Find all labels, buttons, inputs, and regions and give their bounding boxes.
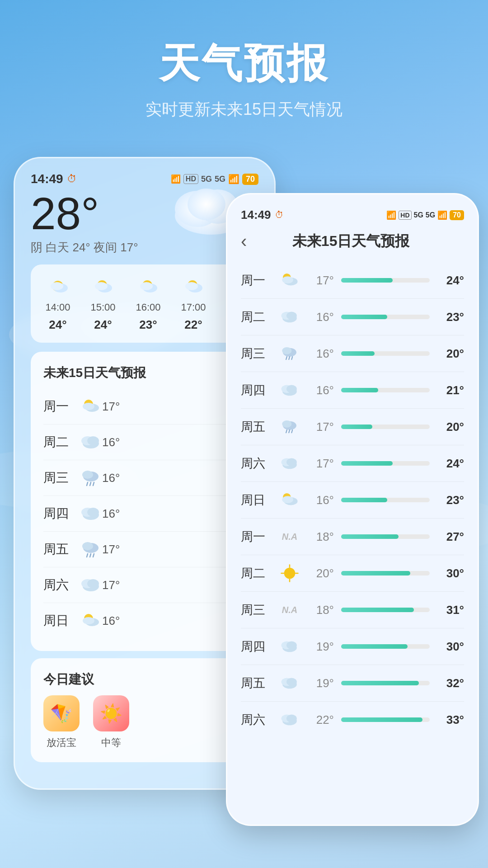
fbar-0 (341, 278, 430, 283)
ftemp-low-4: 17° (307, 420, 334, 434)
forecast-temp-1: 17° (102, 400, 120, 414)
ficon-7: N.A (280, 527, 300, 547)
svg-line-43 (93, 554, 94, 557)
ficon-4 (280, 417, 300, 437)
hourly-item-2: 15:00 24° (85, 275, 121, 332)
hd-right: HD (399, 211, 411, 220)
fbar-12 (341, 717, 430, 722)
wifi-right: 📶 (437, 210, 447, 220)
hourly-temp-3: 23° (139, 318, 157, 332)
fbar-1 (341, 315, 430, 319)
forecast-row-right-3: 周四 16° 21° (241, 372, 464, 409)
fbar-fill-2 (341, 351, 375, 356)
fday-1: 周二 (241, 309, 272, 325)
ficon-10 (280, 637, 300, 656)
fbar-fill-5 (341, 461, 393, 466)
forecast-icon-3 (80, 467, 102, 489)
hourly-item-1: 14:00 24° (40, 275, 76, 332)
fbar-8 (341, 571, 430, 576)
forecast-title-left: 未来15日天气预报 (43, 364, 246, 382)
forecast-row-right-2: 周三 16° 20° (241, 335, 464, 372)
ftemp-high-9: 31° (437, 603, 464, 617)
suggestion-items: 🪁 放活宝 ☀️ 中等 (43, 695, 246, 750)
fbar-fill-7 (341, 534, 399, 539)
fday-2: 周三 (241, 345, 272, 362)
forecast-row-right-1: 周二 16° 23° (241, 299, 464, 335)
svg-line-42 (90, 554, 91, 557)
ficon-11 (280, 673, 300, 693)
fday-11: 周五 (241, 675, 272, 691)
svg-point-40 (82, 542, 93, 550)
suggestion-section: 今日建议 🪁 放活宝 ☀️ 中等 (31, 658, 258, 762)
ftemp-low-5: 17° (307, 457, 334, 471)
fday-3: 周四 (241, 382, 272, 398)
suggestion-label-1: 放活宝 (47, 736, 76, 750)
back-button[interactable]: ‹ (241, 231, 247, 251)
fbar-2 (341, 351, 430, 356)
ftemp-high-0: 24° (437, 274, 464, 288)
hourly-time-2: 15:00 (90, 302, 115, 313)
5g2-right: 5G (426, 211, 435, 219)
hourly-temp-1: 24° (49, 318, 66, 332)
fbar-7 (341, 534, 430, 539)
forecast-row-mon: 周一 17° (43, 389, 246, 425)
nav-title: 未来15日天气预报 (256, 231, 446, 251)
ftemp-high-2: 20° (437, 347, 464, 361)
hourly-item-4: 17:00 22° (175, 275, 211, 332)
ftemp-low-2: 16° (307, 347, 334, 361)
svg-point-9 (188, 189, 225, 220)
svg-point-85 (286, 678, 297, 686)
svg-point-27 (83, 403, 94, 410)
ftemp-high-6: 23° (437, 493, 464, 507)
svg-line-33 (87, 482, 88, 486)
ftemp-high-12: 33° (437, 713, 464, 727)
ftemp-high-5: 24° (437, 457, 464, 471)
forecast-day-6: 周六 (43, 576, 80, 594)
hourly-temp-4: 22° (184, 318, 202, 332)
forecast-row-fri: 周五 17° (43, 532, 246, 567)
ficon-8 (280, 563, 300, 583)
svg-point-88 (286, 715, 297, 723)
phones-container: 14:49 ⏱ 📶 HD 5G 5G 📶 70 28° (0, 148, 488, 817)
fbar-10 (341, 644, 430, 649)
svg-line-60 (291, 357, 292, 359)
forecast-temp-4: 16° (102, 507, 120, 521)
ftemp-high-7: 27° (437, 530, 464, 544)
svg-point-15 (95, 282, 108, 290)
forecast-section-left: 未来15日天气预报 周一 17° 周二 16° 周三 16° (31, 352, 258, 651)
svg-point-30 (87, 436, 99, 445)
fday-7: 周一 (241, 528, 272, 545)
svg-line-58 (286, 357, 287, 359)
suggestion-icon-2: ☀️ (93, 695, 129, 731)
svg-line-41 (87, 554, 88, 557)
forecast-row-right-10: 周四 19° 30° (241, 628, 464, 665)
battery-right: 70 (450, 210, 464, 220)
svg-point-63 (286, 385, 297, 393)
forecast-icon-7 (80, 609, 102, 632)
ftemp-low-7: 18° (307, 530, 334, 544)
forecast-temp-2: 16° (102, 435, 120, 449)
fday-8: 周二 (241, 565, 272, 581)
fbar-fill-9 (341, 608, 414, 612)
forecast-temp-3: 16° (102, 471, 120, 485)
ftemp-low-8: 20° (307, 566, 334, 580)
fbar-3 (341, 388, 430, 392)
fday-10: 周四 (241, 638, 272, 655)
ftemp-low-12: 22° (307, 713, 334, 727)
fbar-fill-1 (341, 315, 387, 319)
fday-6: 周日 (241, 492, 272, 508)
ftemp-low-10: 19° (307, 640, 334, 654)
svg-point-32 (82, 471, 93, 479)
forecast-row-right-11: 周五 19° 32° (241, 665, 464, 702)
phone-right: 14:49 ⏱ 📶 HD 5G 5G 📶 70 ‹ 未来15日天气预报 (226, 193, 479, 826)
hourly-time-4: 17:00 (181, 302, 206, 313)
svg-point-46 (87, 579, 99, 588)
ftemp-low-6: 16° (307, 493, 334, 507)
forecast-temp-5: 17° (102, 542, 120, 557)
ficon-2 (280, 344, 300, 363)
ftemp-high-1: 23° (437, 310, 464, 324)
ficon-12 (280, 710, 300, 730)
forecast-icon-1 (80, 395, 102, 418)
forecast-row-right-0: 周一 17° 24° (241, 262, 464, 299)
fbar-5 (341, 461, 430, 466)
